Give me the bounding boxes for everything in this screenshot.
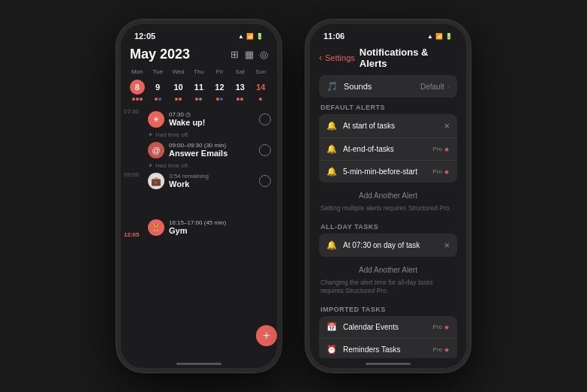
- task-gym[interactable]: 🏋 16:15–17:00 (45 min) Gym: [148, 219, 271, 236]
- weekday-wed: Wed: [168, 67, 188, 77]
- left-time: 12:05: [134, 32, 155, 41]
- task-work[interactable]: 💼 3:54 remaining Work: [148, 173, 271, 189]
- alert-5min[interactable]: 🔔 5-min-min-before-start Pro ★: [319, 161, 457, 182]
- time-0900: 09:00: [124, 171, 139, 178]
- right-status-icons: ▲ 📶 🔋: [427, 33, 453, 40]
- timeline: 07:30 ☀ 07:30◷ Wake up! ✦Had time off.: [121, 105, 277, 358]
- reminders-pro-badge: Pro ★: [433, 346, 450, 354]
- alert-end-pro-badge: Pro ★: [433, 146, 450, 153]
- all-day-section-label: ALL-DAY TASKS: [321, 223, 457, 231]
- imported-section-label: IMPORTED TASKS: [321, 306, 457, 313]
- default-alerts-group: 🔔 At start of tasks × 🔔 At-end-of-tasks …: [319, 114, 457, 182]
- bell-icon-4: 🔔: [327, 240, 337, 250]
- add-another-alert-button-2[interactable]: Add Another Alert: [319, 261, 457, 279]
- left-status-icons: ▲ 📶 🔋: [238, 33, 263, 40]
- time-0730: 07:30: [124, 108, 139, 115]
- calendar-pro-badge: Pro ★: [433, 324, 450, 331]
- page-title: Notifications & Alerts: [360, 47, 457, 69]
- date-13[interactable]: 13: [230, 80, 250, 95]
- all-day-note: Changing the alert time for all-day task…: [319, 279, 457, 300]
- task-work-title: Work: [169, 179, 259, 188]
- task-emails-title: Answer Emails: [169, 149, 259, 158]
- right-time: 11:06: [324, 32, 345, 41]
- all-day-alert-row[interactable]: 🔔 At 07:30 on day of task ×: [319, 234, 457, 257]
- all-day-alert-label: At 07:30 on day of task: [343, 241, 444, 249]
- task-wakeup[interactable]: ☀ 07:30◷ Wake up!: [148, 111, 271, 128]
- task-wakeup-circle[interactable]: [259, 113, 271, 125]
- task-work-circle[interactable]: [259, 175, 271, 187]
- date-9[interactable]: 9: [150, 80, 165, 95]
- task-emails-circle[interactable]: [259, 144, 271, 156]
- reminders-label: Reminders Tasks: [343, 345, 433, 354]
- task-gym-time: 16:15–17:00 (45 min): [169, 219, 271, 226]
- alert-at-end[interactable]: 🔔 At-end-of-tasks Pro ★: [319, 138, 457, 161]
- date-12[interactable]: 12: [209, 80, 230, 95]
- right-home-indicator: [366, 363, 411, 365]
- weekday-sat: Sat: [230, 67, 250, 77]
- imported-group: 📅 Calendar Events Pro ★ ⏰ Reminders Task…: [319, 316, 457, 358]
- date-11[interactable]: 11: [188, 80, 209, 95]
- calendar-month-title: May 2023: [130, 47, 190, 62]
- date-14[interactable]: 14: [251, 80, 271, 95]
- calendar-grid-icon[interactable]: ⊞: [230, 49, 239, 60]
- app-container: 12:05 ▲ 📶 🔋 May 2023 ⊞ ▦ ◎: [0, 0, 587, 392]
- star-icon-3: ★: [444, 324, 450, 331]
- settings-header: ‹ Settings Notifications & Alerts: [310, 44, 466, 75]
- week-days-row: Mon Tue Wed Thu Fri Sat Sun: [121, 67, 277, 77]
- all-day-group: 🔔 At 07:30 on day of task ×: [319, 234, 457, 257]
- reminders-row[interactable]: ⏰ Reminders Tasks Pro ★: [319, 339, 457, 358]
- weekday-thu: Thu: [188, 67, 209, 77]
- calendar-events-label: Calendar Events: [343, 323, 433, 331]
- settings-body: 🎵 Sounds Default › DEFAULT ALERTS 🔔 At s…: [310, 75, 466, 358]
- task-emails-time: 09:00–09:30 (30 min): [169, 142, 259, 149]
- weekday-sun: Sun: [251, 67, 271, 77]
- date-10[interactable]: 10: [168, 80, 188, 95]
- bell-icon-2: 🔔: [327, 144, 337, 154]
- sounds-label: Sounds: [344, 82, 420, 91]
- remove-alert-start-button[interactable]: ×: [444, 120, 450, 131]
- remove-allday-alert-button[interactable]: ×: [444, 240, 450, 251]
- right-status-bar: 11:06 ▲ 📶 🔋: [310, 24, 466, 44]
- alert-5min-pro-badge: Pro ★: [433, 168, 450, 176]
- sounds-row[interactable]: 🎵 Sounds Default ›: [319, 75, 457, 98]
- reminders-icon: ⏰: [327, 345, 337, 354]
- week-dots-row: [121, 98, 277, 101]
- task-emails[interactable]: @ 09:00–09:30 (30 min) Answer Emails: [148, 142, 271, 158]
- date-8[interactable]: 8: [130, 80, 145, 95]
- alert-5min-label: 5-min-min-before-start: [343, 167, 433, 176]
- time-off-1: ✦Had time off.: [148, 130, 271, 140]
- calendar-more-icon[interactable]: ◎: [260, 49, 268, 60]
- right-phone: 11:06 ▲ 📶 🔋 ‹ Settings Notifications & A…: [306, 20, 471, 372]
- calendar-icon: 📅: [327, 322, 337, 332]
- task-work-remaining: 3:54 remaining: [169, 173, 259, 179]
- week-dates-row: 8 9 10 11 12 13 14: [121, 80, 277, 95]
- sounds-chevron-icon: ›: [447, 83, 450, 91]
- time-1205: 12:05: [124, 231, 139, 238]
- star-icon-1: ★: [444, 146, 450, 153]
- calendar-photo-icon[interactable]: ▦: [245, 49, 254, 60]
- bell-icon-3: 🔔: [327, 167, 337, 176]
- star-icon-2: ★: [444, 168, 450, 176]
- sounds-value: Default: [420, 83, 444, 91]
- default-alerts-section-label: DEFAULT ALERTS: [321, 104, 457, 111]
- default-alerts-note: Setting multiple alerts requires Structu…: [319, 204, 457, 217]
- calendar-header: May 2023 ⊞ ▦ ◎: [121, 44, 277, 67]
- back-arrow-icon[interactable]: ‹: [319, 53, 322, 63]
- task-wakeup-title: Wake up!: [169, 118, 259, 127]
- calendar-events-row[interactable]: 📅 Calendar Events Pro ★: [319, 316, 457, 339]
- calendar-icon-group: ⊞ ▦ ◎: [230, 49, 268, 60]
- left-phone: 12:05 ▲ 📶 🔋 May 2023 ⊞ ▦ ◎: [116, 20, 281, 372]
- time-off-2: ✦Had time off.: [148, 161, 271, 170]
- bell-icon-1: 🔔: [327, 121, 337, 131]
- task-gym-title: Gym: [169, 226, 271, 235]
- alert-end-label: At-end-of-tasks: [343, 145, 433, 153]
- add-task-button[interactable]: +: [256, 325, 277, 346]
- weekday-tue: Tue: [147, 67, 167, 77]
- alert-at-start[interactable]: 🔔 At start of tasks ×: [319, 114, 457, 138]
- add-another-alert-button-1[interactable]: Add Another Alert: [319, 187, 457, 204]
- weekday-fri: Fri: [209, 67, 230, 77]
- back-label[interactable]: Settings: [325, 53, 355, 62]
- sounds-icon: 🎵: [327, 81, 338, 92]
- left-home-indicator: [176, 363, 221, 365]
- star-icon-4: ★: [444, 346, 450, 354]
